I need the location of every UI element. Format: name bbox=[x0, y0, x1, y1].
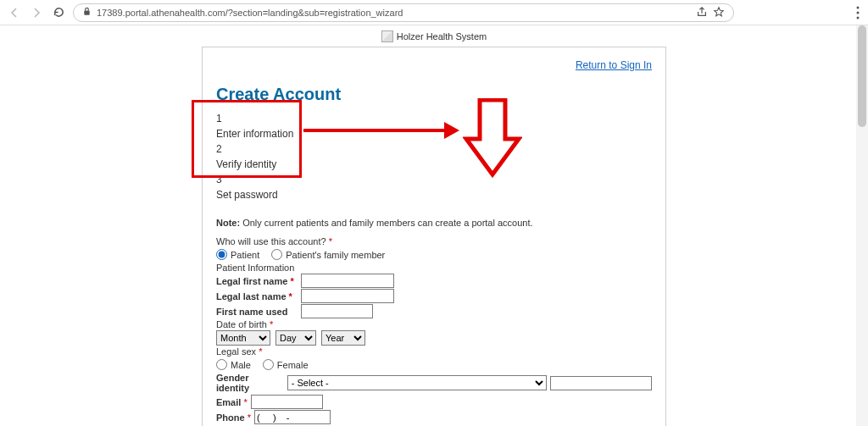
who-radio-group: Patient Patient's family member bbox=[216, 249, 652, 260]
email-row: Email * bbox=[216, 395, 652, 409]
broken-image-icon bbox=[381, 30, 393, 42]
legal-first-input[interactable] bbox=[301, 274, 394, 288]
legal-first-text: Legal first name bbox=[216, 276, 290, 286]
legal-last-label: Legal last name * bbox=[216, 291, 298, 302]
email-text: Email bbox=[216, 397, 243, 407]
step-3-label: Set password bbox=[216, 187, 652, 202]
email-label: Email * bbox=[216, 397, 248, 407]
legal-last-input[interactable] bbox=[301, 289, 394, 303]
note-text: Only current patients and family members… bbox=[240, 218, 532, 228]
phone-label: Phone * bbox=[216, 412, 251, 423]
required-asterisk: * bbox=[243, 397, 247, 407]
star-icon[interactable] bbox=[713, 6, 725, 19]
scrollbar-thumb[interactable] bbox=[858, 25, 866, 127]
required-asterisk: * bbox=[248, 412, 251, 423]
annotation-steps-box bbox=[192, 100, 302, 178]
svg-point-2 bbox=[857, 12, 860, 14]
required-asterisk: * bbox=[270, 319, 273, 329]
annotation-arrow-head bbox=[444, 122, 459, 139]
legal-sex-label: Legal sex * bbox=[216, 346, 652, 357]
radio-patient-text: Patient bbox=[231, 250, 259, 260]
address-bar[interactable]: 17389.portal.athenahealth.com/?section=l… bbox=[73, 3, 734, 22]
annotation-down-arrow bbox=[463, 98, 522, 178]
legal-sex-text: Legal sex bbox=[216, 346, 259, 357]
browser-toolbar: 17389.portal.athenahealth.com/?section=l… bbox=[0, 0, 868, 25]
gender-identity-label: Gender identity bbox=[216, 373, 284, 393]
patient-info-heading: Patient Information bbox=[216, 263, 652, 273]
radio-patient-label[interactable]: Patient bbox=[216, 249, 259, 260]
legal-sex-radio-group: Male Female bbox=[216, 359, 652, 370]
legal-last-text: Legal last name bbox=[216, 291, 289, 302]
logo-placeholder: Holzer Health System bbox=[381, 30, 487, 42]
who-question: Who will use this account? * bbox=[216, 236, 652, 246]
first-used-row: First name used bbox=[216, 304, 652, 318]
url-text: 17389.portal.athenahealth.com/?section=l… bbox=[97, 8, 691, 18]
svg-point-1 bbox=[857, 7, 860, 9]
gender-identity-select[interactable]: - Select - bbox=[287, 375, 547, 390]
svg-point-3 bbox=[857, 17, 860, 19]
phone-input[interactable] bbox=[254, 410, 331, 424]
legal-first-label: Legal first name * bbox=[216, 276, 298, 286]
dob-year-select[interactable]: Year bbox=[321, 330, 365, 346]
required-asterisk: * bbox=[259, 346, 262, 357]
legal-last-row: Legal last name * bbox=[216, 289, 652, 303]
dob-row: Month Day Year bbox=[216, 330, 652, 346]
dob-label: Date of birth * bbox=[216, 319, 652, 329]
annotation-arrow-line bbox=[303, 129, 446, 132]
radio-female-label[interactable]: Female bbox=[263, 359, 309, 370]
phone-row: Phone * bbox=[216, 410, 652, 424]
lock-icon bbox=[82, 7, 92, 18]
who-question-text: Who will use this account? bbox=[216, 236, 329, 246]
gender-row: Gender identity - Select - bbox=[216, 373, 652, 393]
required-asterisk: * bbox=[329, 236, 332, 246]
dob-day-select[interactable]: Day bbox=[275, 330, 316, 346]
email-input[interactable] bbox=[251, 395, 323, 409]
gender-identity-extra-input[interactable] bbox=[550, 376, 652, 390]
first-used-input[interactable] bbox=[301, 304, 373, 318]
radio-family-label[interactable]: Patient's family member bbox=[271, 249, 385, 260]
radio-female-text: Female bbox=[277, 360, 309, 370]
menu-icon[interactable] bbox=[856, 6, 860, 22]
legal-first-row: Legal first name * bbox=[216, 274, 652, 288]
share-icon[interactable] bbox=[696, 6, 708, 19]
svg-rect-0 bbox=[84, 11, 89, 15]
note-row: Note: Only current patients and family m… bbox=[216, 218, 652, 228]
logo-text: Holzer Health System bbox=[397, 31, 487, 41]
vertical-scrollbar[interactable] bbox=[856, 25, 868, 426]
note-label: Note: bbox=[216, 218, 240, 228]
radio-patient[interactable] bbox=[216, 249, 227, 260]
radio-male[interactable] bbox=[216, 359, 227, 370]
first-used-label: First name used bbox=[216, 307, 298, 317]
radio-female[interactable] bbox=[263, 359, 274, 370]
return-signin-link[interactable]: Return to Sign In bbox=[576, 59, 652, 71]
reload-button[interactable] bbox=[51, 5, 66, 20]
radio-male-text: Male bbox=[231, 360, 251, 370]
phone-text: Phone bbox=[216, 412, 248, 423]
radio-male-label[interactable]: Male bbox=[216, 359, 251, 370]
forward-button[interactable] bbox=[29, 5, 44, 20]
radio-family[interactable] bbox=[271, 249, 282, 260]
required-asterisk: * bbox=[289, 291, 292, 302]
radio-family-text: Patient's family member bbox=[286, 250, 385, 260]
logo-row: Holzer Health System bbox=[0, 25, 868, 47]
back-button[interactable] bbox=[7, 5, 22, 20]
dob-text: Date of birth bbox=[216, 319, 270, 329]
dob-month-select[interactable]: Month bbox=[216, 330, 270, 346]
required-asterisk: * bbox=[290, 276, 293, 286]
